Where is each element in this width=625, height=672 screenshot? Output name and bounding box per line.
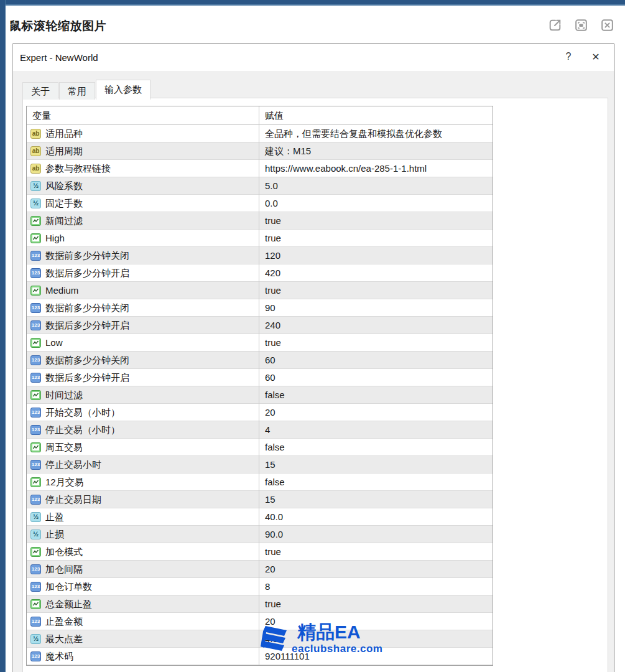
table-row[interactable]: ½ 止盈 40.0 [27,508,493,526]
column-header-value[interactable]: 赋值 [259,106,493,124]
table-row[interactable]: 加仓模式 true [27,543,493,561]
table-body: ab 适用品种 全品种，但需要结合复盘和模拟盘优化参数 ab 适用周期 建议：M… [27,125,493,665]
param-value[interactable]: false [259,474,493,490]
param-value[interactable]: 20 [259,613,493,630]
restore-window-icon[interactable] [573,17,589,33]
param-value[interactable]: 60 [259,352,493,368]
string-type-icon: ab [30,146,41,156]
table-row[interactable]: 12月交易 false [27,474,493,491]
param-value[interactable]: 15 [259,456,493,473]
param-value[interactable]: 20 [259,561,493,577]
table-row[interactable]: ab 适用周期 建议：M15 [27,142,493,160]
param-value[interactable]: true [259,543,493,560]
param-value[interactable]: false [259,386,493,403]
param-name: 最大点差 [45,630,83,647]
param-name: 数据后多少分钟开启 [45,369,129,386]
param-value[interactable]: 90.0 [259,526,493,543]
table-row[interactable]: ab 参数与教程链接 https://www.eabook.cn/ea-285-… [27,160,493,177]
table-row[interactable]: 123 魔术码 920111101 [27,648,493,665]
table-row[interactable]: 123 止盈金额 20 [27,613,493,630]
table-row[interactable]: 123 停止交易（小时） 4 [27,421,493,439]
table-row[interactable]: 123 数据前多少分钟关闭 90 [27,299,493,317]
table-row[interactable]: Low true [27,334,493,352]
param-value[interactable]: 15 [259,491,493,508]
table-row[interactable]: 123 加仓订单数 8 [27,578,493,595]
param-name-cell: 123 数据前多少分钟关闭 [27,352,259,368]
param-value[interactable]: false [259,439,493,455]
param-name: 止损 [45,526,64,543]
param-value[interactable]: 8 [259,578,493,595]
param-value[interactable]: 420 [259,264,493,281]
param-name: 加仓订单数 [45,578,92,595]
tab-about[interactable]: 关于 [22,82,58,100]
param-value[interactable]: 90 [259,299,493,316]
param-name-cell: 123 数据后多少分钟开启 [27,317,259,334]
param-value[interactable]: https://www.eabook.cn/ea-285-1-1.html [259,160,493,177]
help-icon[interactable]: ? [562,51,575,62]
param-value[interactable]: 全品种，但需要结合复盘和模拟盘优化参数 [259,125,493,142]
param-value[interactable]: 60 [259,369,493,386]
table-row[interactable]: 123 数据后多少分钟开启 420 [27,264,493,282]
tab-common[interactable]: 常用 [59,82,95,100]
param-name: 数据后多少分钟开启 [45,317,129,334]
param-value[interactable]: 5.0 [259,177,493,194]
table-row[interactable]: 123 数据前多少分钟关闭 60 [27,352,493,369]
param-value[interactable]: 120 [259,247,493,264]
table-row[interactable]: 123 停止交易日期 15 [27,491,493,508]
string-type-icon: ab [30,164,41,174]
param-value[interactable]: 240 [259,317,493,334]
table-row[interactable]: 123 停止交易小时 15 [27,456,493,474]
param-name-cell: 12月交易 [27,474,259,490]
param-value[interactable]: true [259,282,493,299]
bool-type-icon [30,442,41,452]
close-icon[interactable]: ✕ [589,51,603,63]
table-row[interactable]: 123 数据后多少分钟开启 240 [27,317,493,334]
param-name-cell: 新闻过滤 [27,212,259,229]
param-value[interactable]: true [259,595,493,612]
param-value[interactable]: 20 [259,404,493,421]
param-name-cell: 总金额止盈 [27,595,259,612]
close-window-icon[interactable] [600,17,615,33]
param-value[interactable]: 建议：M15 [259,142,493,159]
param-value[interactable]: true [259,230,493,246]
param-name: 参数与教程链接 [45,160,111,177]
table-row[interactable]: 新闻过滤 true [27,212,493,230]
param-value[interactable]: 4 [259,421,493,438]
param-name-cell: 123 加仓订单数 [27,578,259,595]
table-row[interactable]: 123 加仓间隔 20 [27,561,493,578]
param-value[interactable]: true [259,212,493,229]
table-row[interactable]: 123 数据后多少分钟开启 60 [27,369,493,386]
param-value[interactable]: 0.0 [259,195,493,212]
double-type-icon: ½ [30,530,41,539]
param-name: Medium [45,282,78,299]
table-row[interactable]: ½ 固定手数 0.0 [27,195,493,212]
table-row[interactable]: Medium true [27,282,493,299]
tab-inputs[interactable]: 输入参数 [96,80,150,100]
param-value[interactable]: 920111101 [259,648,493,665]
double-type-icon: ½ [30,181,41,191]
table-row[interactable]: 周五交易 false [27,439,493,456]
int-type-icon: 123 [30,303,41,313]
column-header-variable[interactable]: 变量 [27,106,259,124]
table-row[interactable]: 总金额止盈 true [27,595,493,613]
table-row[interactable]: High true [27,230,493,247]
table-row[interactable]: ½ 风险系数 5.0 [27,177,493,195]
int-type-icon: 123 [30,651,41,661]
param-name: 停止交易（小时） [45,421,120,438]
param-value[interactable]: true [259,334,493,351]
param-name-cell: 123 停止交易日期 [27,491,259,508]
int-type-icon: 123 [30,425,41,435]
dialog-title: Expert - NewWorld [20,52,98,63]
param-name-cell: ½ 止损 [27,526,259,543]
table-row[interactable]: ab 适用品种 全品种，但需要结合复盘和模拟盘优化参数 [27,125,493,142]
param-value[interactable]: 4.0 [259,630,493,647]
table-row[interactable]: 123 数据前多少分钟关闭 120 [27,247,493,264]
table-row[interactable]: ½ 最大点差 4.0 [27,630,493,648]
table-row[interactable]: ½ 止损 90.0 [27,526,493,543]
open-external-icon[interactable] [547,17,563,33]
param-name-cell: 加仓模式 [27,543,259,560]
table-row[interactable]: 123 开始交易（小时） 20 [27,404,493,421]
double-type-icon: ½ [30,634,41,644]
table-row[interactable]: 时间过滤 false [27,386,493,404]
param-value[interactable]: 40.0 [259,508,493,525]
